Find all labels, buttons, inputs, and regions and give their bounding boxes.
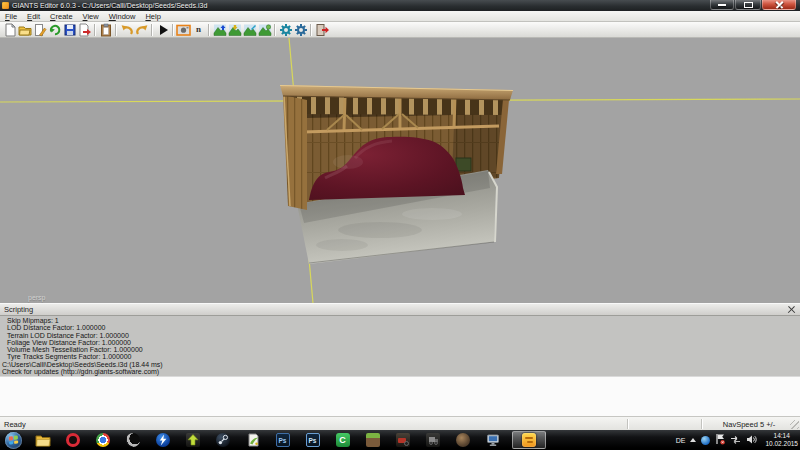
toolbar-separator bbox=[208, 24, 210, 36]
computer-icon bbox=[486, 433, 500, 447]
export-icon[interactable] bbox=[77, 23, 92, 37]
terrain-sculpt-icon[interactable] bbox=[212, 23, 227, 37]
minimize-button[interactable] bbox=[710, 0, 734, 10]
truck-game-taskbar-button[interactable] bbox=[422, 431, 443, 449]
open-file-icon[interactable] bbox=[17, 23, 32, 37]
tractor-game-icon bbox=[396, 433, 410, 447]
reload-icon[interactable] bbox=[47, 23, 62, 37]
play-icon[interactable] bbox=[155, 23, 170, 37]
photoshop-taskbar-button[interactable]: Ps bbox=[272, 431, 293, 449]
menu-bar: File Edit Create View Window Help bbox=[0, 11, 800, 22]
giants-editor-taskbar-button[interactable] bbox=[512, 431, 546, 449]
giants-editor-window: GIANTS Editor 6.0.3 - C:/Users/Calli/Des… bbox=[0, 0, 800, 450]
photoshop-icon: Ps bbox=[276, 433, 290, 447]
round-badge-icon bbox=[456, 433, 470, 447]
menu-file[interactable]: File bbox=[0, 12, 22, 21]
window-title: GIANTS Editor 6.0.3 - C:/Users/Calli/Des… bbox=[12, 2, 207, 9]
log-line: Terrain LOD Distance Factor: 1.000000 bbox=[0, 332, 800, 339]
scripting-log[interactable]: Skip Mipmaps: 1 LOD Distance Factor: 1.0… bbox=[0, 316, 800, 376]
preferences-gear-icon[interactable] bbox=[293, 23, 308, 37]
farmingsim-taskbar-button[interactable] bbox=[392, 431, 413, 449]
render-camera-icon[interactable] bbox=[176, 23, 191, 37]
resize-grip[interactable] bbox=[790, 420, 799, 429]
camera-name-label: persp bbox=[28, 294, 46, 301]
camtasia-icon: C bbox=[336, 433, 350, 447]
taskbar-clock[interactable]: 14:14 10.02.2015 bbox=[765, 432, 798, 448]
minecraft-taskbar-button[interactable] bbox=[362, 431, 383, 449]
log-line: C:\Users\Calli\Desktop\Seeds\Seeds.i3d (… bbox=[0, 361, 800, 368]
toolbar: n bbox=[0, 22, 800, 38]
clock-time: 14:14 bbox=[765, 432, 798, 440]
status-text: Ready bbox=[4, 420, 26, 429]
truck-icon bbox=[426, 433, 440, 447]
upload-arrow-icon bbox=[186, 433, 200, 447]
network-activity-icon[interactable] bbox=[730, 431, 741, 449]
flash-taskbar-button[interactable] bbox=[152, 431, 173, 449]
action-center-flag-icon[interactable] bbox=[715, 431, 725, 449]
menu-window[interactable]: Window bbox=[104, 12, 141, 21]
settings-gear-icon[interactable] bbox=[278, 23, 293, 37]
chrome-taskbar-button[interactable] bbox=[92, 431, 113, 449]
foliage-icon[interactable] bbox=[257, 23, 272, 37]
terrain-smooth-icon[interactable] bbox=[227, 23, 242, 37]
taskbar: Ps Ps C DE 14:14 10.02.2015 bbox=[0, 430, 800, 450]
save-icon[interactable] bbox=[62, 23, 77, 37]
uploader-taskbar-button[interactable] bbox=[182, 431, 203, 449]
media-player-taskbar-button[interactable] bbox=[122, 431, 143, 449]
teamspeak-taskbar-button[interactable] bbox=[452, 431, 473, 449]
viewport-3d[interactable]: persp bbox=[0, 38, 800, 303]
log-line: Foliage View Distance Factor: 1.000000 bbox=[0, 339, 800, 346]
language-indicator[interactable]: DE bbox=[676, 437, 686, 444]
scripting-close-icon[interactable] bbox=[787, 305, 796, 314]
opera-taskbar-button[interactable] bbox=[62, 431, 83, 449]
terrain-paint-icon[interactable] bbox=[242, 23, 257, 37]
show-hidden-icons-caret[interactable] bbox=[690, 438, 696, 442]
steam-icon bbox=[216, 433, 230, 447]
photoshop-icon: Ps bbox=[306, 433, 320, 447]
folder-icon bbox=[35, 434, 51, 447]
windows-logo-icon bbox=[9, 435, 18, 444]
photoshop2-taskbar-button[interactable]: Ps bbox=[302, 431, 323, 449]
giants-editor-icon bbox=[522, 433, 536, 447]
notepad-icon bbox=[246, 433, 260, 447]
toolbar-separator bbox=[151, 24, 153, 36]
menu-create[interactable]: Create bbox=[45, 12, 78, 21]
chrome-icon bbox=[96, 433, 110, 447]
notepadpp-taskbar-button[interactable] bbox=[242, 431, 263, 449]
import-icon[interactable] bbox=[32, 23, 47, 37]
title-bar[interactable]: GIANTS Editor 6.0.3 - C:/Users/Calli/Des… bbox=[0, 0, 800, 11]
redo-icon[interactable] bbox=[134, 23, 149, 37]
log-line: Tyre Tracks Segments Factor: 1.000000 bbox=[0, 353, 800, 360]
tray-app-icon[interactable] bbox=[701, 436, 710, 445]
toolbar-separator bbox=[172, 24, 174, 36]
start-button[interactable] bbox=[5, 432, 22, 449]
camtasia-taskbar-button[interactable]: C bbox=[332, 431, 353, 449]
toolbar-separator bbox=[310, 24, 312, 36]
minecraft-block-icon bbox=[366, 433, 380, 447]
steam-taskbar-button[interactable] bbox=[212, 431, 233, 449]
undo-icon[interactable] bbox=[119, 23, 134, 37]
normals-icon[interactable]: n bbox=[191, 23, 206, 37]
remote-desktop-taskbar-button[interactable] bbox=[482, 431, 503, 449]
menu-edit[interactable]: Edit bbox=[22, 12, 45, 21]
crate bbox=[456, 158, 471, 171]
explorer-taskbar-button[interactable] bbox=[32, 431, 53, 449]
scripting-panel-header[interactable]: Scripting bbox=[0, 303, 800, 316]
crescent-player-icon bbox=[126, 433, 140, 447]
restore-button[interactable] bbox=[735, 0, 761, 10]
menu-view[interactable]: View bbox=[78, 12, 104, 21]
toolbar-separator bbox=[115, 24, 117, 36]
taskbar-apps: Ps Ps C bbox=[32, 430, 546, 450]
scripting-input-area[interactable] bbox=[0, 376, 800, 416]
opera-icon bbox=[66, 433, 80, 447]
menu-help[interactable]: Help bbox=[140, 12, 165, 21]
paste-icon[interactable] bbox=[98, 23, 113, 37]
status-bar: Ready NavSpeed 5 +/- bbox=[0, 416, 800, 430]
new-file-icon[interactable] bbox=[2, 23, 17, 37]
shed-model[interactable] bbox=[280, 85, 513, 264]
volume-icon[interactable] bbox=[746, 431, 757, 449]
system-tray: DE 14:14 10.02.2015 bbox=[676, 430, 798, 450]
scripting-panel-title: Scripting bbox=[4, 305, 33, 314]
exit-icon[interactable] bbox=[314, 23, 329, 37]
close-button[interactable] bbox=[762, 0, 796, 10]
